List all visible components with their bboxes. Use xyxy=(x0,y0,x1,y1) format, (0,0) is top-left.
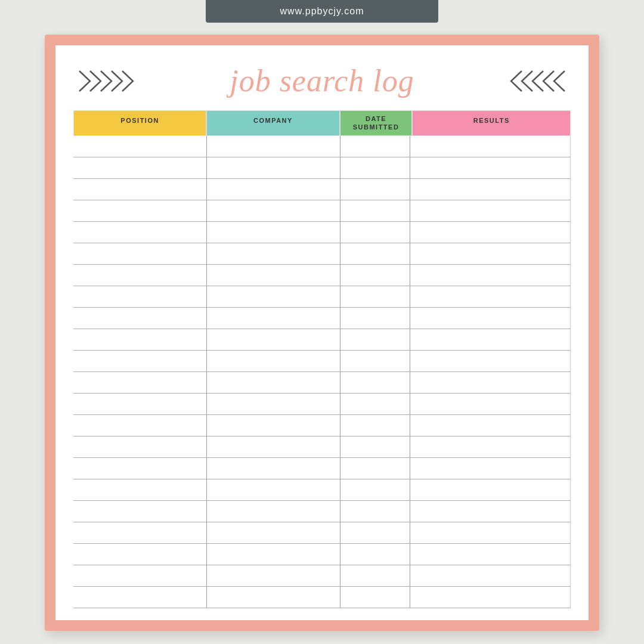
cell-company[interactable] xyxy=(207,200,340,221)
cell-position[interactable] xyxy=(73,329,207,350)
cell-company[interactable] xyxy=(207,565,340,586)
cell-company[interactable] xyxy=(207,136,340,157)
cell-company[interactable] xyxy=(207,522,340,543)
cell-company[interactable] xyxy=(207,351,340,371)
cell-position[interactable] xyxy=(73,265,207,286)
cell-results[interactable] xyxy=(410,136,571,157)
table-row[interactable] xyxy=(73,329,571,351)
cell-results[interactable] xyxy=(410,222,571,243)
cell-company[interactable] xyxy=(207,286,340,307)
cell-results[interactable] xyxy=(410,565,571,586)
cell-position[interactable] xyxy=(73,565,207,586)
cell-company[interactable] xyxy=(207,458,340,479)
cell-position[interactable] xyxy=(73,436,207,457)
cell-position[interactable] xyxy=(73,501,207,522)
cell-position[interactable] xyxy=(73,394,207,414)
cell-results[interactable] xyxy=(410,587,571,608)
table-row[interactable] xyxy=(73,265,571,286)
table-row[interactable] xyxy=(73,157,571,179)
table-row[interactable] xyxy=(73,308,571,329)
cell-results[interactable] xyxy=(410,200,571,221)
cell-company[interactable] xyxy=(207,329,340,350)
cell-position[interactable] xyxy=(73,544,207,565)
cell-position[interactable] xyxy=(73,522,207,543)
cell-date[interactable] xyxy=(340,222,410,243)
cell-date[interactable] xyxy=(340,501,410,522)
cell-company[interactable] xyxy=(207,501,340,522)
cell-position[interactable] xyxy=(73,351,207,371)
cell-company[interactable] xyxy=(207,436,340,457)
cell-date[interactable] xyxy=(340,394,410,414)
cell-results[interactable] xyxy=(410,501,571,522)
table-row[interactable] xyxy=(73,136,571,157)
table-row[interactable] xyxy=(73,179,571,200)
cell-position[interactable] xyxy=(73,458,207,479)
cell-company[interactable] xyxy=(207,372,340,393)
cell-results[interactable] xyxy=(410,351,571,371)
cell-date[interactable] xyxy=(340,458,410,479)
cell-date[interactable] xyxy=(340,479,410,500)
cell-date[interactable] xyxy=(340,522,410,543)
table-row[interactable] xyxy=(73,243,571,265)
cell-date[interactable] xyxy=(340,179,410,200)
table-row[interactable] xyxy=(73,286,571,308)
cell-position[interactable] xyxy=(73,136,207,157)
cell-results[interactable] xyxy=(410,415,571,436)
cell-date[interactable] xyxy=(340,157,410,178)
cell-position[interactable] xyxy=(73,415,207,436)
cell-position[interactable] xyxy=(73,243,207,264)
cell-company[interactable] xyxy=(207,415,340,436)
table-row[interactable] xyxy=(73,458,571,479)
cell-position[interactable] xyxy=(73,179,207,200)
cell-date[interactable] xyxy=(340,565,410,586)
cell-position[interactable] xyxy=(73,479,207,500)
cell-position[interactable] xyxy=(73,372,207,393)
table-row[interactable] xyxy=(73,415,571,436)
cell-results[interactable] xyxy=(410,308,571,329)
cell-company[interactable] xyxy=(207,394,340,414)
cell-date[interactable] xyxy=(340,308,410,329)
cell-results[interactable] xyxy=(410,157,571,178)
table-row[interactable] xyxy=(73,522,571,544)
cell-date[interactable] xyxy=(340,587,410,608)
cell-date[interactable] xyxy=(340,265,410,286)
cell-company[interactable] xyxy=(207,479,340,500)
cell-company[interactable] xyxy=(207,179,340,200)
table-row[interactable] xyxy=(73,544,571,565)
table-row[interactable] xyxy=(73,479,571,501)
table-row[interactable] xyxy=(73,565,571,587)
cell-date[interactable] xyxy=(340,286,410,307)
cell-company[interactable] xyxy=(207,157,340,178)
cell-results[interactable] xyxy=(410,372,571,393)
cell-company[interactable] xyxy=(207,222,340,243)
cell-results[interactable] xyxy=(410,436,571,457)
table-row[interactable] xyxy=(73,200,571,222)
cell-date[interactable] xyxy=(340,329,410,350)
cell-company[interactable] xyxy=(207,544,340,565)
cell-results[interactable] xyxy=(410,265,571,286)
cell-company[interactable] xyxy=(207,587,340,608)
cell-position[interactable] xyxy=(73,308,207,329)
table-row[interactable] xyxy=(73,372,571,394)
cell-position[interactable] xyxy=(73,157,207,178)
cell-position[interactable] xyxy=(73,587,207,608)
cell-results[interactable] xyxy=(410,286,571,307)
cell-results[interactable] xyxy=(410,458,571,479)
cell-results[interactable] xyxy=(410,544,571,565)
cell-company[interactable] xyxy=(207,308,340,329)
cell-position[interactable] xyxy=(73,222,207,243)
cell-date[interactable] xyxy=(340,415,410,436)
table-row[interactable] xyxy=(73,351,571,372)
cell-date[interactable] xyxy=(340,243,410,264)
cell-results[interactable] xyxy=(410,329,571,350)
table-row[interactable] xyxy=(73,501,571,522)
cell-results[interactable] xyxy=(410,479,571,500)
cell-results[interactable] xyxy=(410,394,571,414)
table-row[interactable] xyxy=(73,587,571,608)
cell-date[interactable] xyxy=(340,436,410,457)
cell-results[interactable] xyxy=(410,243,571,264)
cell-position[interactable] xyxy=(73,200,207,221)
cell-date[interactable] xyxy=(340,351,410,371)
cell-results[interactable] xyxy=(410,179,571,200)
cell-results[interactable] xyxy=(410,522,571,543)
